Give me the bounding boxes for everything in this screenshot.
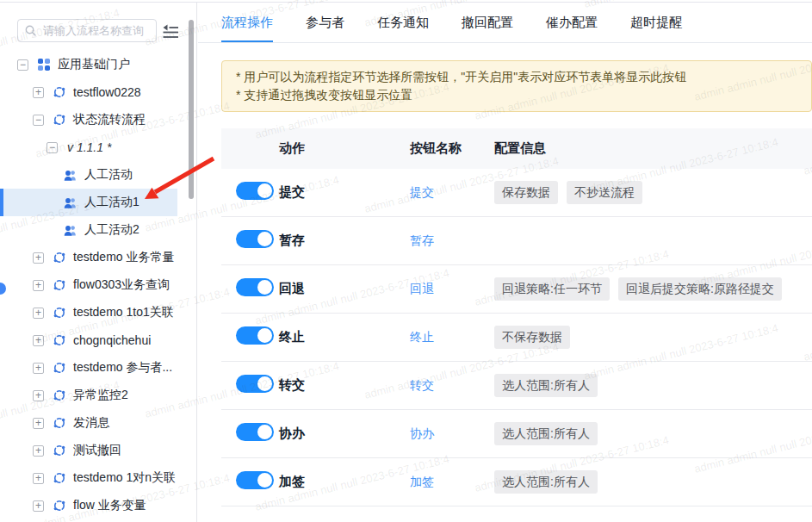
table-row-回退: 回退回退回退策略:任一环节回退后提交策略:原路径提交 [221, 265, 812, 314]
action-label: 终止 [279, 329, 410, 345]
tree-item-label: chognqichehui [73, 333, 151, 347]
button-name-link[interactable]: 提交 [410, 185, 434, 199]
tree-item-9[interactable]: +testdemo 1to1关联 [0, 299, 177, 326]
table-header-row: 动作 按钮名称 配置信息 [221, 128, 812, 169]
tree-item-5[interactable]: 人工活动1 [0, 189, 177, 216]
expand-icon[interactable]: + [33, 252, 44, 264]
expand-icon[interactable]: + [33, 390, 44, 401]
expand-icon[interactable]: + [33, 500, 44, 512]
button-name-link[interactable]: 转交 [410, 378, 434, 392]
tree-item-13[interactable]: +发消息 [0, 409, 177, 437]
table-row-加签: 加签加签选人范围:所有人 [221, 458, 812, 506]
flow-icon [53, 279, 65, 291]
button-name-link[interactable]: 加签 [410, 475, 434, 488]
table-row-暂存: 暂存暂存 [221, 217, 812, 265]
notice-line-2: * 支持通过拖拽改变按钮显示位置 [236, 86, 797, 104]
tab-3[interactable]: 撤回配置 [462, 15, 513, 42]
collapse-icon[interactable]: − [33, 115, 44, 126]
config-info-tag: 不保存数据 [494, 326, 570, 349]
tree-item-12[interactable]: +异常监控2 [0, 382, 177, 409]
tree-item-label: 状态流转流程 [73, 112, 146, 127]
button-name-link[interactable]: 回退 [410, 282, 434, 295]
tree-item-label: flow0303业务查询 [73, 277, 170, 293]
expand-icon[interactable]: + [33, 308, 44, 319]
tree-item-label: testdemo 业务常量 [73, 250, 174, 265]
tab-0[interactable]: 流程操作 [221, 15, 273, 42]
action-label: 提交 [279, 184, 410, 201]
action-label: 暂存 [279, 233, 410, 249]
flow-icon [53, 334, 65, 346]
toggle-switch-提交[interactable] [236, 182, 272, 200]
tree-item-15[interactable]: +testdemo 1对n关联 [0, 464, 177, 492]
notice-banner: * 用户可以为流程指定环节选择所需按钮，"开关启用"表示对应环节表单将显示此按钮… [221, 60, 812, 112]
tree-item-label: 人工活动2 [84, 222, 139, 238]
collapse-icon[interactable]: − [17, 59, 28, 71]
table-row-协办: 协办协办选人范围:所有人 [221, 410, 812, 458]
notice-line-1: * 用户可以为流程指定环节选择所需按钮，"开关启用"表示对应环节表单将显示此按钮 [236, 68, 797, 86]
tree-item-7[interactable]: +testdemo 业务常量 [0, 244, 177, 271]
tree-item-1[interactable]: +testflow0228 [0, 78, 177, 106]
button-name-link[interactable]: 协办 [410, 426, 434, 440]
expand-icon[interactable]: + [33, 473, 44, 484]
toggle-switch-转交[interactable] [236, 375, 272, 393]
tab-2[interactable]: 任务通知 [377, 15, 429, 42]
button-name-link[interactable]: 暂存 [410, 233, 434, 247]
tree-item-0[interactable]: −应用基础门户 [0, 51, 177, 78]
config-info-tag: 回退后提交策略:原路径提交 [618, 277, 782, 301]
tree-item-11[interactable]: +testdemo 参与者... [0, 354, 177, 382]
toggle-switch-协办[interactable] [236, 423, 272, 441]
tree-item-10[interactable]: +chognqichehui [0, 326, 177, 354]
flow-icon [53, 307, 65, 319]
toggle-switch-加签[interactable] [236, 471, 272, 489]
tree-item-label: 发消息 [73, 415, 109, 431]
tree-item-2[interactable]: −状态流转流程 [0, 106, 177, 134]
tab-1[interactable]: 参与者 [306, 15, 344, 42]
expand-icon[interactable]: + [33, 87, 44, 98]
search-input[interactable] [41, 23, 156, 38]
flow-config-panel: 流程操作参与者任务通知撤回配置催办配置超时提醒 * 用户可以为流程指定环节选择所… [198, 3, 812, 522]
tree-item-14[interactable]: +测试撤回 [0, 437, 177, 464]
column-header-button-name: 按钮名称 [410, 140, 494, 157]
config-info-tag: 选人范围:所有人 [494, 422, 598, 445]
table-row-终止: 终止终止不保存数据 [221, 314, 812, 362]
toggle-switch-暂存[interactable] [236, 230, 272, 248]
workflow-tree-sidebar: −应用基础门户+testflow0228−状态流转流程−v 1.1.1 *人工活… [0, 3, 197, 522]
search-icon [25, 25, 36, 36]
switch-knob [256, 278, 274, 296]
collapse-icon[interactable]: − [46, 142, 58, 153]
tree-item-8[interactable]: +flow0303业务查询 [0, 271, 177, 299]
button-name-link[interactable]: 终止 [410, 330, 434, 344]
tree-item-4[interactable]: 人工活动 [0, 161, 177, 189]
people-icon [64, 225, 77, 236]
tab-4[interactable]: 催办配置 [546, 15, 598, 42]
expand-icon[interactable]: + [33, 280, 44, 291]
tab-5[interactable]: 超时提醒 [630, 15, 682, 42]
table-row-转交: 转交转交选人范围:所有人 [221, 362, 812, 410]
tree-item-3[interactable]: −v 1.1.1 * [0, 134, 177, 161]
expand-icon[interactable]: + [33, 445, 44, 457]
flow-icon [53, 417, 65, 429]
tree-item-6[interactable]: 人工活动2 [0, 216, 177, 244]
action-button-table: 动作 按钮名称 配置信息 提交提交保存数据不抄送流程暂存暂存回退回退回退策略:任… [221, 128, 812, 506]
table-body: 提交提交保存数据不抄送流程暂存暂存回退回退回退策略:任一环节回退后提交策略:原路… [221, 169, 812, 506]
tree-item-label: 人工活动1 [84, 195, 139, 210]
flow-icon [53, 86, 65, 98]
collapse-tree-icon[interactable] [162, 22, 179, 40]
search-box [17, 19, 157, 42]
expand-icon[interactable]: + [33, 363, 44, 374]
tree-item-16[interactable]: +flow 业务变量 [0, 492, 177, 519]
tree-item-label: 异常监控2 [73, 388, 128, 403]
workflow-tree: −应用基础门户+testflow0228−状态流转流程−v 1.1.1 *人工活… [0, 51, 196, 519]
flow-icon [53, 362, 65, 374]
config-info-tag: 不抄送流程 [567, 181, 642, 204]
toggle-switch-终止[interactable] [236, 326, 272, 345]
config-info-tag: 选人范围:所有人 [494, 374, 598, 397]
people-icon [64, 197, 77, 208]
expand-icon[interactable]: + [33, 335, 44, 346]
tree-item-label: flow 业务变量 [73, 498, 146, 513]
flow-icon [53, 114, 65, 126]
switch-knob [256, 182, 274, 200]
toggle-switch-回退[interactable] [236, 278, 272, 296]
sidebar-scrollbar[interactable] [189, 20, 194, 199]
expand-icon[interactable]: + [33, 418, 44, 429]
